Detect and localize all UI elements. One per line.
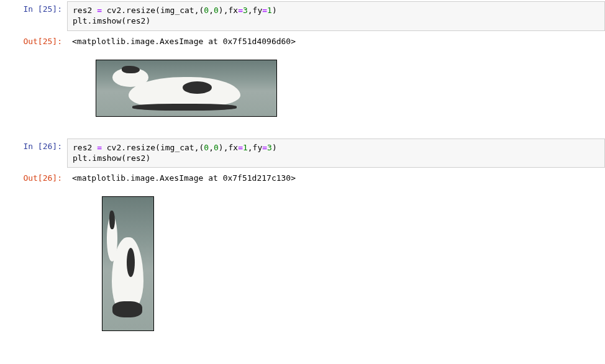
output-text: <matplotlib.image.AxesImage at 0x7f51d40… (67, 34, 605, 50)
output-text: <matplotlib.image.AxesImage at 0x7f51d21… (67, 170, 605, 187)
in-prompt: In [25]: (0, 1, 67, 18)
output-display-cell: 02004000200400600800100012001400 (0, 52, 605, 131)
output-image: 0200400600800100012000250 (67, 189, 605, 344)
input-cell: In [25]: res2 = cv2.resize(img_cat,(0,0)… (0, 0, 605, 32)
axes-frame: 0200400600800100012000250 (102, 196, 154, 331)
x-tick-label: 0 (96, 116, 98, 117)
x-tick-label: 1200 (232, 116, 248, 117)
x-tick-label: 600 (162, 116, 174, 117)
x-tick-label: 200 (114, 116, 126, 117)
x-tick-label: 1000 (209, 116, 224, 117)
imshow-image (102, 197, 153, 330)
code-input[interactable]: res2 = cv2.resize(img_cat,(0,0),fx=3,fy=… (67, 1, 605, 31)
x-tick-label: 0 (102, 330, 104, 331)
output-display-cell: 0200400600800100012000250 (0, 188, 605, 345)
matplotlib-plot: 0200400600800100012000250 (72, 193, 158, 341)
x-tick-label: 400 (139, 116, 150, 117)
output-cell: Out[26]: <matplotlib.image.AxesImage at … (0, 169, 605, 188)
matplotlib-plot: 02004000200400600800100012001400 (72, 56, 281, 127)
in-prompt: In [26]: (0, 139, 67, 155)
x-tick-label: 250 (133, 330, 145, 331)
code-input[interactable]: res2 = cv2.resize(img_cat,(0,0),fx=1,fy=… (67, 139, 605, 168)
out-prompt: Out[25]: (0, 34, 67, 50)
imshow-image (96, 60, 276, 116)
input-cell: In [26]: res2 = cv2.resize(img_cat,(0,0)… (0, 137, 605, 170)
x-tick-label: 800 (186, 116, 198, 117)
output-image: 02004000200400600800100012001400 (67, 53, 605, 130)
x-tick-label: 1400 (257, 116, 272, 117)
out-prompt: Out[26]: (0, 170, 67, 187)
output-cell: Out[25]: <matplotlib.image.AxesImage at … (0, 32, 605, 52)
axes-frame: 02004000200400600800100012001400 (96, 60, 277, 117)
empty-prompt (0, 189, 67, 196)
empty-prompt (0, 53, 67, 59)
